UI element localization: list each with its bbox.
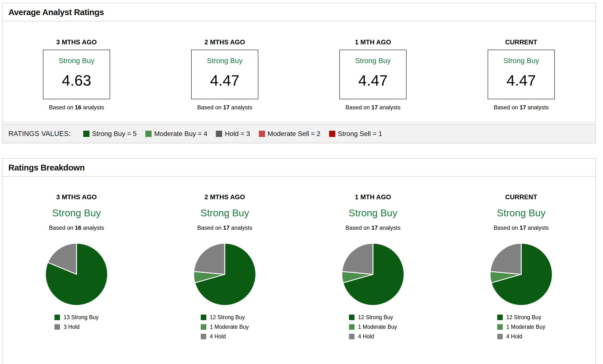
key-item-hold: Hold = 3	[216, 130, 250, 138]
legend-swatch-icon	[54, 324, 60, 330]
pie-legend-row: 1 Moderate Buy	[497, 324, 545, 330]
pie-legend-row: 4 Hold	[201, 333, 249, 340]
rating-box: Strong Buy 4.47	[488, 50, 555, 99]
legend-swatch-icon	[497, 315, 503, 320]
legend-label: 4 Hold	[506, 333, 522, 340]
pie-slice	[194, 243, 225, 274]
based-on-analysts: Based on 17 analysts	[447, 225, 595, 231]
rating-label: Strong Buy	[151, 207, 299, 219]
strong-sell-swatch-icon	[329, 131, 335, 137]
rating-value: 4.47	[507, 73, 536, 88]
breakdown-column-2mths: 2 MTHS AGO Strong Buy Based on 17 analys…	[151, 193, 299, 364]
legend-swatch-icon	[497, 324, 503, 330]
legend-label: 12 Strong Buy	[210, 314, 245, 321]
rating-box: Strong Buy 4.47	[191, 50, 258, 99]
rating-label: Strong Buy	[2, 207, 151, 219]
ratings-values-key: RATINGS VALUES: Strong Buy = 5 Moderate …	[2, 124, 596, 143]
average-rating-column-1mth: 1 MTH AGO Strong Buy 4.47 Based on 17 an…	[299, 39, 447, 111]
pie-chart-svg	[43, 241, 110, 308]
analyst-count: 17	[371, 225, 378, 231]
analyst-count: 17	[520, 225, 526, 231]
period-label: 2 MTHS AGO	[151, 39, 299, 46]
pie-chart-svg	[191, 241, 258, 308]
legend-label: 1 Moderate Buy	[506, 324, 545, 330]
pie-legend-row: 12 Strong Buy	[497, 314, 545, 321]
key-item-moderate-sell: Moderate Sell = 2	[259, 130, 320, 138]
pie-legend-row: 1 Moderate Buy	[349, 324, 397, 330]
period-label: 3 MTHS AGO	[2, 39, 151, 46]
rating-label: Strong Buy	[207, 57, 243, 65]
based-on-analysts: Based on 17 analysts	[299, 104, 447, 111]
based-on-analysts: Based on 16 analysts	[2, 104, 151, 111]
ratings-breakdown-panel: Ratings Breakdown 3 MTHS AGO Strong Buy …	[2, 158, 596, 364]
legend-swatch-icon	[201, 315, 206, 320]
rating-label: Strong Buy	[299, 207, 447, 219]
legend-swatch-icon	[201, 334, 206, 339]
pie-legend: 12 Strong Buy1 Moderate Buy4 Hold	[201, 314, 249, 343]
legend-label: 12 Strong Buy	[358, 314, 393, 321]
pie-chart	[2, 241, 151, 308]
legend-swatch-icon	[349, 334, 355, 339]
analyst-count: 17	[371, 104, 378, 111]
key-item-strong-buy: Strong Buy = 5	[83, 130, 137, 138]
rating-label: Strong Buy	[59, 57, 94, 65]
rating-value: 4.63	[62, 73, 91, 88]
rating-label: Strong Buy	[355, 57, 391, 65]
rating-label: Strong Buy	[503, 57, 539, 65]
pie-legend-row: 13 Strong Buy	[54, 314, 99, 321]
average-ratings-title: Average Analyst Ratings	[2, 3, 595, 21]
analyst-count: 17	[223, 104, 230, 111]
hold-swatch-icon	[216, 131, 222, 137]
average-analyst-ratings-panel: Average Analyst Ratings 3 MTHS AGO Stron…	[2, 3, 596, 122]
legend-label: 4 Hold	[210, 333, 226, 340]
key-item-moderate-buy: Moderate Buy = 4	[145, 130, 208, 138]
ratings-values-label: RATINGS VALUES:	[8, 130, 71, 138]
based-on-analysts: Based on 17 analysts	[447, 104, 595, 111]
legend-label: 1 Moderate Buy	[358, 324, 397, 330]
pie-chart-svg	[488, 241, 555, 308]
rating-value: 4.47	[358, 73, 388, 88]
analyst-count: 16	[75, 225, 81, 231]
moderate-sell-swatch-icon	[259, 131, 265, 137]
rating-box: Strong Buy 4.63	[43, 50, 110, 99]
based-on-analysts: Based on 17 analysts	[151, 225, 299, 231]
average-rating-column-2mths: 2 MTHS AGO Strong Buy 4.47 Based on 17 a…	[151, 39, 299, 111]
pie-chart-svg	[339, 241, 406, 308]
legend-label: 13 Strong Buy	[64, 314, 99, 321]
pie-chart	[151, 241, 299, 308]
pie-legend-row: 4 Hold	[497, 333, 545, 340]
ratings-breakdown-grid: 3 MTHS AGO Strong Buy Based on 16 analys…	[2, 177, 595, 364]
legend-label: 3 Hold	[64, 324, 79, 330]
average-ratings-grid: 3 MTHS AGO Strong Buy 4.63 Based on 16 a…	[2, 21, 595, 122]
breakdown-column-1mth: 1 MTH AGO Strong Buy Based on 17 analyst…	[299, 193, 447, 364]
legend-label: 12 Strong Buy	[506, 314, 541, 321]
legend-label: 1 Moderate Buy	[210, 324, 249, 330]
period-label: 1 MTH AGO	[299, 39, 447, 46]
pie-legend: 13 Strong Buy3 Hold	[54, 314, 99, 333]
period-label: 1 MTH AGO	[299, 193, 447, 201]
based-on-analysts: Based on 17 analysts	[299, 225, 447, 231]
pie-chart	[447, 241, 595, 308]
pie-legend: 12 Strong Buy1 Moderate Buy4 Hold	[497, 314, 545, 343]
legend-swatch-icon	[349, 315, 355, 320]
rating-box: Strong Buy 4.47	[339, 50, 406, 99]
analyst-count: 16	[75, 104, 81, 111]
ratings-breakdown-title: Ratings Breakdown	[2, 159, 595, 177]
legend-swatch-icon	[54, 315, 60, 320]
pie-legend-row: 12 Strong Buy	[201, 314, 249, 321]
breakdown-column-3mths: 3 MTHS AGO Strong Buy Based on 16 analys…	[2, 193, 151, 364]
analyst-count: 17	[520, 104, 526, 111]
legend-label: 4 Hold	[358, 333, 374, 340]
rating-label: Strong Buy	[447, 207, 595, 219]
pie-legend-row: 3 Hold	[54, 324, 99, 330]
based-on-analysts: Based on 17 analysts	[151, 104, 299, 111]
pie-slice	[342, 243, 373, 274]
pie-legend-row: 1 Moderate Buy	[201, 324, 249, 330]
legend-swatch-icon	[201, 324, 206, 330]
period-label: CURRENT	[447, 39, 595, 46]
period-label: CURRENT	[447, 193, 595, 201]
legend-swatch-icon	[349, 324, 355, 330]
strong-buy-swatch-icon	[83, 131, 90, 137]
period-label: 2 MTHS AGO	[151, 193, 299, 201]
based-on-analysts: Based on 16 analysts	[2, 225, 151, 231]
